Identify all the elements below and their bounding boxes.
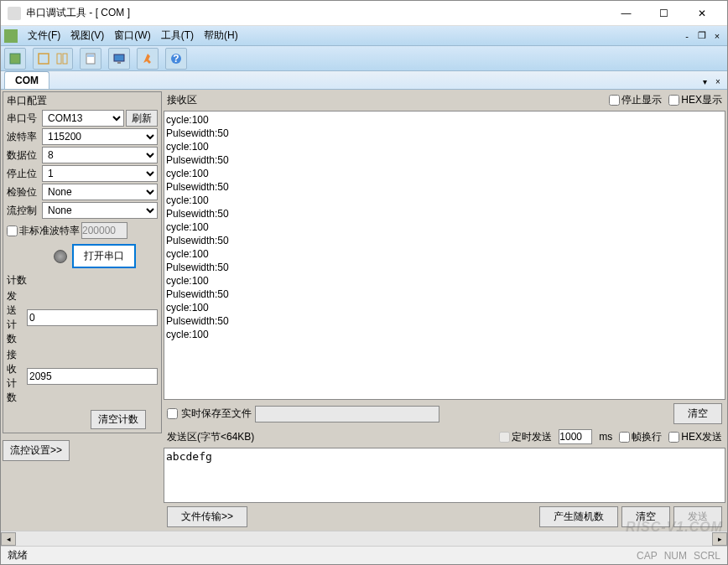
rx-header: 接收区 停止显示 HEX显示 [164,91,725,109]
recv-count-label: 接收计数 [7,348,23,405]
maximize-button[interactable]: ☐ [645,2,683,25]
window-controls: — ☐ ✕ [607,2,720,25]
random-button[interactable]: 产生随机数 [539,506,618,527]
clear-count-button[interactable]: 清空计数 [91,410,146,429]
flowctrl-select[interactable]: None [42,202,158,219]
send-count-value [27,309,158,326]
rx-textarea[interactable]: cycle:100Pulsewidth:50cycle:100Pulsewidt… [164,111,725,400]
horizontal-scrollbar[interactable]: ◂ ▸ [1,531,727,546]
open-port-button[interactable]: 打开串口 [72,244,136,268]
scroll-track[interactable] [16,532,712,546]
tab-com[interactable]: COM [4,71,49,89]
status-cap: CAP [637,550,658,562]
tab-dropdown-icon[interactable]: ▾ [699,75,710,87]
send-button[interactable]: 发送 [673,506,722,527]
toolbar-layout2-icon[interactable] [53,49,71,68]
mdi-close-button[interactable]: × [710,30,724,42]
svg-rect-0 [10,54,20,64]
file-transfer-button[interactable]: 文件传输>> [167,506,247,527]
menu-file[interactable]: 文件(F) [23,27,65,44]
stop-display-option[interactable]: 停止显示 [609,93,662,107]
rx-line: Pulsewidth:50 [166,288,723,301]
send-count-label: 发送计数 [7,289,23,346]
scroll-right-icon[interactable]: ▸ [712,532,727,546]
rx-line: Pulsewidth:50 [166,127,723,140]
refresh-button[interactable]: 刷新 [126,110,158,127]
svg-rect-6 [114,54,124,61]
mdi-restore-button[interactable]: ❐ [695,30,709,42]
flow-settings-button[interactable]: 流控设置>> [3,440,70,461]
app-icon [8,7,21,20]
svg-rect-3 [63,54,67,64]
save-file-path-input[interactable] [255,406,439,422]
svg-rect-1 [39,54,49,64]
parity-select[interactable]: None [42,184,158,200]
rx-clear-button[interactable]: 清空 [673,403,722,424]
parity-label: 检验位 [7,185,40,200]
baud-select[interactable]: 115200 [42,128,158,145]
status-num: NUM [664,550,687,562]
databits-label: 数据位 [7,148,40,163]
close-button[interactable]: ✕ [683,2,720,25]
statusbar: 就绪 CAP NUM SCRL [1,546,727,564]
frame-wrap-option[interactable]: 帧换行 [619,430,662,444]
stopbits-select[interactable]: 1 [42,165,158,182]
tx-header: 发送区(字节<64KB) 定时发送 ms 帧换行 HEX发送 [164,428,725,446]
rx-line: cycle:100 [166,113,723,127]
timed-send-option[interactable]: 定时发送 [499,430,552,444]
tx-button-row: 文件传输>> 产生随机数 清空 发送 [164,505,725,529]
rx-line: Pulsewidth:50 [166,180,723,194]
port-label: 串口号 [7,111,40,126]
serial-config-legend: 串口配置 [7,94,158,108]
rx-line: cycle:100 [166,220,723,234]
toolbar-layout1-icon[interactable] [34,49,53,68]
tx-textarea[interactable] [164,448,725,503]
frame-wrap-checkbox[interactable] [619,432,630,443]
mdi-minimize-button[interactable]: - [680,30,694,42]
rx-line: cycle:100 [166,274,723,288]
tab-close-icon[interactable]: × [712,75,724,87]
menu-view[interactable]: 视图(V) [65,27,109,44]
rx-line: cycle:100 [166,328,723,341]
databits-select[interactable]: 8 [42,147,158,163]
rx-line: cycle:100 [166,301,723,314]
minimize-button[interactable]: — [607,2,645,25]
status-scrl: SCRL [694,550,720,562]
toolbar: ? [1,46,727,71]
hex-display-option[interactable]: HEX显示 [668,93,722,107]
scroll-left-icon[interactable]: ◂ [1,532,16,546]
timed-send-checkbox[interactable] [499,432,510,443]
toolbar-new-icon[interactable] [6,49,24,68]
hex-display-checkbox[interactable] [668,95,679,106]
save-file-checkbox[interactable] [167,408,178,419]
hex-send-checkbox[interactable] [668,432,679,443]
toolbar-help-icon[interactable]: ? [167,49,185,68]
menu-help[interactable]: 帮助(H) [199,27,243,44]
menu-window[interactable]: 窗口(W) [109,27,155,44]
counters-legend: 计数 [7,273,158,288]
stop-display-checkbox[interactable] [609,95,620,106]
svg-rect-7 [117,62,121,64]
left-panel: 串口配置 串口号 COM13 刷新 波特率 115200 数据位 8 停止位 1… [3,91,162,529]
save-file-row: 实时保存至文件 清空 [164,402,725,426]
tab-strip: COM ▾ × [1,71,727,90]
hex-send-option[interactable]: HEX发送 [668,430,722,444]
window-title: 串口调试工具 - [ COM ] [26,6,607,20]
nonstd-baud-input[interactable] [81,222,127,239]
rx-line: Pulsewidth:50 [166,261,723,274]
nonstd-baud-checkbox[interactable] [7,225,18,236]
menu-app-icon [4,29,18,43]
toolbar-pin-icon[interactable] [138,49,157,68]
baud-label: 波特率 [7,130,40,144]
content-area: 串口配置 串口号 COM13 刷新 波特率 115200 数据位 8 停止位 1… [1,90,727,531]
timed-send-interval-input[interactable] [559,429,592,444]
port-select[interactable]: COM13 [42,110,124,127]
rx-line: Pulsewidth:50 [166,153,723,167]
toolbar-calc-icon[interactable] [81,49,100,68]
toolbar-monitor-icon[interactable] [110,49,128,68]
menu-tools[interactable]: 工具(T) [156,27,199,44]
svg-rect-5 [87,54,94,57]
tx-clear-button[interactable]: 清空 [621,506,670,527]
rx-line: cycle:100 [166,247,723,261]
rx-line: cycle:100 [166,167,723,180]
